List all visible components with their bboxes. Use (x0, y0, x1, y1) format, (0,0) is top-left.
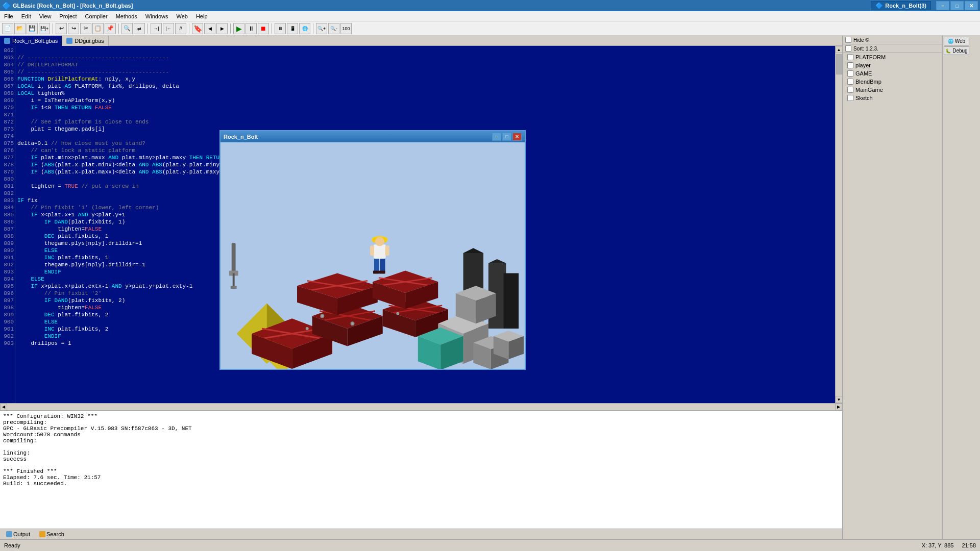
svg-rect-53 (385, 245, 389, 256)
tb-web[interactable]: 🌐 (299, 23, 310, 34)
minimize-button[interactable]: – (936, 1, 949, 10)
scroll-left[interactable]: ◀ (0, 404, 7, 411)
maximize-button[interactable]: □ (950, 1, 964, 10)
menu-file[interactable]: File (0, 12, 17, 20)
tab-search[interactable]: Search (35, 531, 68, 538)
menu-view[interactable]: View (35, 12, 56, 20)
tb-save-all[interactable]: 💾+ (39, 23, 50, 34)
menu-compiler[interactable]: Compiler (81, 12, 112, 20)
output-content: *** Configuration: WIN32 *** precompilin… (0, 411, 842, 529)
sidebar-game[interactable]: GAME (843, 69, 942, 78)
tb-redo[interactable]: ↪ (68, 23, 79, 34)
taskbar-item[interactable]: 🔷 Rock_n_Bolt(3) (871, 1, 931, 10)
tb-zoom-out[interactable]: 🔍- (328, 23, 339, 34)
sidebar-blendbmp[interactable]: BlendBmp (843, 78, 942, 86)
tb-open[interactable]: 📂 (14, 23, 26, 34)
app-title: GLBasic [Rock_n_Bolt] - [Rock_n_Bolt.gba… (13, 3, 133, 9)
tb-platforms[interactable]: 🖥 (275, 23, 286, 34)
scroll-thumb[interactable] (836, 54, 842, 74)
output-icon (6, 531, 12, 537)
debug-button[interactable]: 🐛 Debug (944, 46, 969, 55)
svg-rect-47 (374, 258, 379, 272)
scroll-down[interactable]: ▼ (836, 396, 843, 403)
menu-methods[interactable]: Methods (112, 12, 141, 20)
sidebar-maingame[interactable]: MainGame (843, 86, 942, 94)
titlebar: 🔷 GLBasic [Rock_n_Bolt] - [Rock_n_Bolt.g… (0, 0, 980, 11)
line-numbers: 862 863 864 865 866 867 868 869 870 871 … (0, 46, 15, 403)
sidebar-platform[interactable]: PLATFORM (843, 53, 942, 61)
game-content: Crsr to move LCtrl to Screw Level 1 1: 0 (220, 142, 525, 369)
sep7 (313, 23, 313, 34)
sketch-icon (847, 95, 853, 101)
web-icon: 🌐 (948, 39, 953, 44)
titlebar-controls: 🔷 Rock_n_Bolt(3) – □ ✕ (871, 1, 978, 10)
sidebar-player[interactable]: player (843, 61, 942, 69)
tb-comment[interactable]: // (175, 23, 186, 34)
output-line-3: GPC - GLBasic Precompiler V.15.083 SN:f5… (3, 425, 192, 432)
status-ready: Ready (4, 542, 20, 548)
tb-outdent[interactable]: |← (163, 23, 174, 34)
file-panel-hide[interactable]: Hide © (843, 36, 942, 44)
statusbar: Ready X: 37, Y: 885 21:58 (0, 539, 980, 551)
tb-undo[interactable]: ↩ (56, 23, 67, 34)
toolbar-row1: 📄 📂 💾 💾+ ↩ ↪ ✂ 📋 📌 🔍 ⇄ →| |← // 🔖 ◀ ▶ ▶ … (0, 21, 980, 36)
horizontal-scrollbar[interactable]: ◀ ▶ (0, 403, 842, 410)
status-right: X: 37, Y: 885 21:58 (922, 542, 976, 548)
game-close[interactable]: ✕ (512, 133, 522, 141)
tb-copy[interactable]: 📋 (92, 23, 104, 34)
tb-save[interactable]: 💾 (27, 23, 38, 34)
platform-icon (847, 54, 853, 60)
game-titlebar[interactable]: Rock_n_Bolt – □ ✕ (220, 131, 525, 142)
output-line-8: success (3, 456, 27, 462)
tab-ddgui[interactable]: DDgui.gbas (62, 36, 108, 46)
menu-help[interactable]: Help (192, 12, 212, 20)
svg-rect-1 (232, 243, 236, 273)
tab-rock-n-bolt[interactable]: Rock_n_Bolt.gbas (0, 36, 62, 46)
svg-point-65 (321, 315, 323, 317)
tb-zoom-reset[interactable]: 100 (340, 23, 352, 34)
tab-icon-1 (4, 38, 10, 44)
scroll-h-track (7, 404, 835, 411)
sep6 (272, 23, 272, 34)
sep5 (230, 23, 231, 34)
svg-marker-9 (504, 273, 519, 329)
game-window: Rock_n_Bolt – □ ✕ Crsr to move LCtrl to … (219, 130, 526, 370)
menu-edit[interactable]: Edit (17, 12, 35, 20)
bottom-bar: *** Configuration: WIN32 *** precompilin… (0, 410, 842, 539)
close-button[interactable]: ✕ (965, 1, 978, 10)
scroll-right[interactable]: ▶ (835, 404, 842, 411)
tb-zoom-in[interactable]: 🔍+ (316, 23, 327, 34)
vertical-scrollbar[interactable]: ▲ ▼ (835, 46, 842, 403)
menu-project[interactable]: Project (55, 12, 81, 20)
tb-stop[interactable]: ⏹ (258, 23, 269, 34)
hide-icon (845, 37, 851, 43)
tb-bookmark-prev[interactable]: ◀ (204, 23, 215, 34)
status-coords: X: 37, Y: 885 (922, 542, 954, 548)
sidebar-sketch[interactable]: Sketch (843, 94, 942, 102)
menubar: File Edit View Project Compiler Methods … (0, 11, 980, 21)
tab-output[interactable]: Output (2, 531, 34, 538)
web-button[interactable]: 🌐 Web (944, 37, 969, 45)
tb-paste[interactable]: 📌 (105, 23, 116, 34)
tb-bookmarks[interactable]: 🔖 (192, 23, 203, 34)
tb-pause[interactable]: ⏸ (246, 23, 257, 34)
tb-indent[interactable]: →| (151, 23, 162, 34)
tb-new[interactable]: 📄 (2, 23, 13, 34)
tb-cut[interactable]: ✂ (80, 23, 91, 34)
svg-point-67 (352, 322, 354, 324)
titlebar-left: 🔷 GLBasic [Rock_n_Bolt] - [Rock_n_Bolt.g… (2, 2, 133, 10)
tb-android[interactable]: 📱 (287, 23, 298, 34)
scroll-up[interactable]: ▲ (836, 46, 843, 53)
output-line-2: precompiling: (3, 419, 47, 425)
status-time: 21:58 (962, 542, 976, 548)
file-panel-sort[interactable]: Sort: 1.2.3. (843, 44, 942, 53)
tb-run[interactable]: ▶ (233, 23, 244, 34)
tb-bookmark-next[interactable]: ▶ (216, 23, 228, 34)
menu-web[interactable]: Web (172, 12, 191, 20)
game-maximize[interactable]: □ (502, 133, 511, 141)
debug-panel: 🌐 Web 🐛 Debug (942, 36, 980, 539)
game-minimize[interactable]: – (492, 133, 501, 141)
menu-windows[interactable]: Windows (141, 12, 173, 20)
tb-find[interactable]: 🔍 (121, 23, 133, 34)
tb-replace[interactable]: ⇄ (134, 23, 145, 34)
